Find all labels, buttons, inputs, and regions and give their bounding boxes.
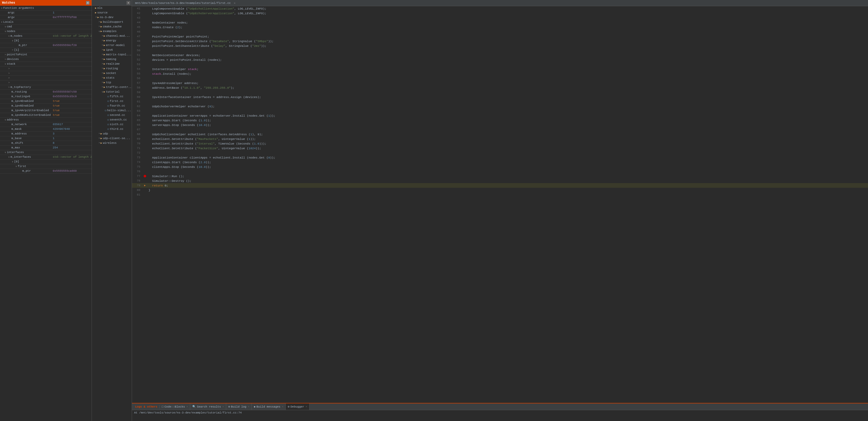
bottom-tab[interactable]: ⚙Build log✕ [226,403,252,410]
debug-arrow: ▶ [144,184,146,187]
line-gutter[interactable] [142,175,148,177]
watches-panel: Watches ✕ ∨Function arguments argc 1 arg… [0,0,92,421]
watches-name: ∨m_interfaces [0,155,52,159]
watches-name: ∨m_nodes [0,34,52,38]
code-line: 72 [132,151,868,155]
watches-row: m_ipv6Enabled true [0,103,92,108]
tree-item[interactable]: ◻sixth.cc [92,122,132,127]
tab-close-button[interactable]: ✕ [248,405,249,408]
tree-item[interactable]: ◻fourth.cc [92,103,132,108]
watches-close-button[interactable]: ✕ [86,1,90,5]
bottom-tab[interactable]: □Code::Blocks✕ [160,403,190,410]
line-number: 50 [132,49,142,52]
line-number: 49 [132,44,142,47]
line-number: 43 [132,16,142,20]
watches-row: m_network 655617 [0,122,92,127]
bottom-tab[interactable]: 🔍Search results✕ [190,403,226,410]
tree-item[interactable]: >▶tcp [92,80,132,85]
code-text: LogComponentEnable ("UdpEchoClientApplic… [148,7,868,10]
code-line: 43 [132,15,868,20]
tree-item[interactable]: ◻third.cc [92,127,132,131]
tree-label: wireless [103,141,117,144]
code-line: 67 [132,127,868,132]
code-area[interactable]: 41 LogComponentEnable ("UdpEchoClientApp… [132,6,868,403]
tree-label: fourth.cc [110,104,125,107]
code-line: 78 Simulator::Destroy (); [132,179,868,183]
watches-row: > [0,75,92,80]
tree-item[interactable]: >▶realtime [92,62,132,66]
tree-item[interactable]: ∨▶tutorial [92,90,132,94]
tree-item[interactable]: >▶udp [92,131,132,136]
tab-label: Debugger [290,405,304,408]
tree-item[interactable]: >▶energy [92,38,132,43]
tree-item[interactable]: >▶buildsupport [92,20,132,24]
watches-value: 0x5555555cd3c0 [52,94,92,99]
watches-name: m_ipv6Enabled [0,103,52,108]
tab-close-button[interactable]: ✕ [282,405,283,408]
code-text: ApplicationContainer clientApps = echoCl… [148,156,868,159]
tree-item[interactable]: >▶routing [92,66,132,71]
watches-row: ∨first [0,164,92,169]
tree-item[interactable]: >▶cmake_cache [92,24,132,29]
code-line: 73 ApplicationContainer clientApps = ech… [132,155,868,160]
code-line: 57 Ipv4AddressHelper address; [132,81,868,85]
tab-close-button[interactable]: ✕ [187,405,188,408]
tree-item[interactable]: ▶source [92,10,132,15]
watches-name: m_network [0,122,52,127]
watches-name: argv [0,15,52,20]
code-text: Simulator::Destroy (); [148,179,868,183]
code-line: 52 devices = pointToPoint.Install (nodes… [132,57,868,62]
bottom-content: At /mnt/dev/tools/source/ns-3-dev/exampl… [132,410,868,421]
tree-item[interactable]: ∨▶examples [92,29,132,34]
line-number: 48 [132,39,142,43]
tree-item[interactable]: >▶ipv6 [92,47,132,52]
tree-item[interactable]: >▶matrix-topol... [92,52,132,57]
line-number: 78 [132,179,142,182]
file-tree-close-button[interactable]: ✕ [127,1,130,5]
watches-value [52,159,92,164]
tree-item[interactable]: ▶ols [92,6,132,10]
bottom-tab[interactable]: ◆Build messages✕ [252,403,285,410]
watches-row: m_routing 0x555555587c50 [0,90,92,94]
tree-item[interactable]: >▶traffic-contr... [92,85,132,90]
tree-item[interactable]: ◻second.cc [92,113,132,118]
watches-name: m_base [0,136,52,141]
tree-item[interactable]: >▶socket [92,71,132,75]
bottom-tab[interactable]: ⚙Debugger✕ [286,403,310,410]
line-gutter[interactable]: ▶ [142,184,148,187]
tree-item[interactable]: ◻first.cc [92,99,132,103]
editor-tab-close[interactable]: ✕ [234,2,236,5]
watches-row: > [0,71,92,75]
tree-item[interactable]: >▶error-model [92,43,132,47]
code-line: 47 PointToPointHelper pointToPoint; [132,34,868,39]
tree-item[interactable]: ◻seventh.cc [92,118,132,122]
tab-label: Search results [197,405,221,408]
watches-name: m_mask [0,127,52,131]
watches-value: true [52,113,92,118]
tree-item[interactable]: >▶wireless [92,141,132,145]
tab-close-button[interactable]: ✕ [223,405,224,408]
tab-close-button[interactable]: ✕ [306,405,307,408]
watches-name: m_ptr [0,169,52,173]
watches-row: argc 1 [0,10,92,15]
watches-row: m_address 3 [0,131,92,136]
code-line: 54 InternetStackHelper stack; [132,67,868,71]
tree-item[interactable]: ◻fifth.cc [92,94,132,99]
tree-label: seventh.cc [110,118,127,121]
tree-item[interactable]: >▶udp-client-se... [92,136,132,141]
code-text: NodeContainer nodes; [148,21,868,24]
code-line: 53 [132,62,868,67]
code-text: echoClient.SetAttribute ("Interval", Tim… [148,142,868,145]
watches-name: ∨[0] [0,38,52,43]
code-line: 77 Simulator::Run (); [132,174,868,179]
line-number: 51 [132,54,142,57]
line-number: 76 [132,170,142,173]
tree-item[interactable]: >▶ns-3-dev [92,15,132,20]
tree-item[interactable]: >▶naming [92,57,132,62]
code-line: 58 address.SetBase ("10.1.1.0", "255.255… [132,85,868,90]
watches-title: Watches [2,1,15,5]
tree-item[interactable]: >▶stats [92,75,132,80]
tree-item[interactable]: ◻hello-simul... [92,108,132,113]
code-line: 55 stack.Install (nodes); [132,71,868,76]
tree-item[interactable]: >▶channel-mod... [92,34,132,38]
